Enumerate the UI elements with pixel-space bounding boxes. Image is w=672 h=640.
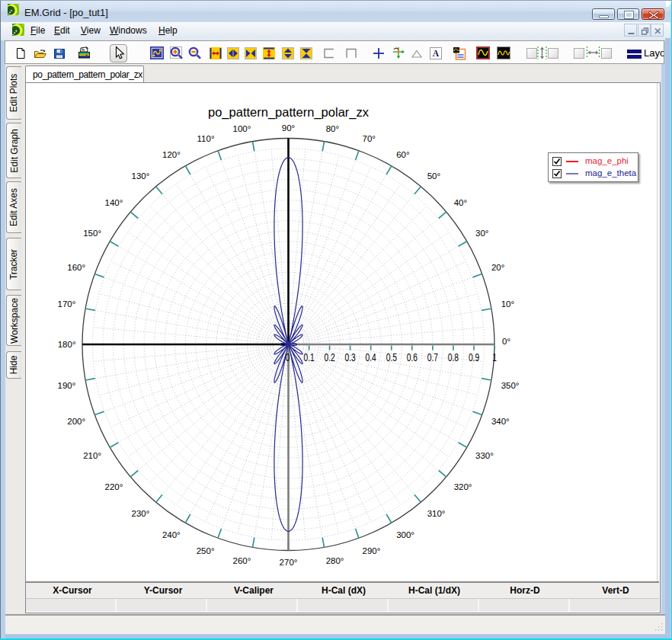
svg-text:170°: 170° xyxy=(58,299,76,309)
svg-text:0.6: 0.6 xyxy=(407,351,418,363)
svg-text:50°: 50° xyxy=(427,171,440,181)
svg-text:300°: 300° xyxy=(396,530,414,539)
svg-text:230°: 230° xyxy=(132,509,150,518)
svg-text:220°: 220° xyxy=(105,482,123,491)
svg-text:350°: 350° xyxy=(501,381,520,390)
svg-text:40°: 40° xyxy=(454,198,467,207)
svg-text:340°: 340° xyxy=(491,417,510,426)
svg-text:0: 0 xyxy=(286,351,290,363)
svg-text:200°: 200° xyxy=(67,417,85,426)
svg-text:100°: 100° xyxy=(233,124,251,133)
svg-text:270°: 270° xyxy=(280,558,298,567)
svg-text:0.4: 0.4 xyxy=(366,351,376,363)
svg-text:80°: 80° xyxy=(326,124,339,133)
svg-text:290°: 290° xyxy=(363,546,381,555)
svg-text:310°: 310° xyxy=(427,509,446,518)
svg-text:90°: 90° xyxy=(282,123,295,133)
svg-text:320°: 320° xyxy=(454,482,472,491)
svg-text:240°: 240° xyxy=(162,530,181,539)
svg-text:70°: 70° xyxy=(363,134,376,143)
svg-text:110°: 110° xyxy=(197,134,215,143)
svg-text:150°: 150° xyxy=(83,229,101,238)
svg-text:0.8: 0.8 xyxy=(448,351,459,363)
svg-text:0.7: 0.7 xyxy=(427,351,438,363)
svg-text:0.9: 0.9 xyxy=(469,351,479,363)
svg-text:260°: 260° xyxy=(233,556,251,565)
svg-text:20°: 20° xyxy=(491,263,504,272)
svg-text:250°: 250° xyxy=(197,546,215,555)
svg-text:120°: 120° xyxy=(162,150,181,159)
svg-text:0.2: 0.2 xyxy=(324,351,334,363)
svg-text:190°: 190° xyxy=(58,381,76,390)
svg-text:0.3: 0.3 xyxy=(344,351,355,363)
svg-text:180°: 180° xyxy=(58,340,76,349)
svg-text:140°: 140° xyxy=(105,198,123,207)
svg-text:280°: 280° xyxy=(326,556,344,565)
svg-text:A: A xyxy=(433,49,440,58)
svg-text:0.1: 0.1 xyxy=(303,351,314,363)
svg-text:130°: 130° xyxy=(132,171,150,181)
svg-text:210°: 210° xyxy=(83,451,101,460)
svg-text:60°: 60° xyxy=(396,150,409,159)
svg-text:330°: 330° xyxy=(475,451,494,460)
svg-text:10°: 10° xyxy=(501,299,514,309)
svg-text:160°: 160° xyxy=(67,263,85,272)
svg-text:0°: 0° xyxy=(502,337,510,346)
svg-text:0.5: 0.5 xyxy=(386,351,397,363)
svg-text:po_pattern_pattern_polar_zx: po_pattern_pattern_polar_zx xyxy=(208,105,370,120)
svg-text:1: 1 xyxy=(492,351,497,363)
svg-text:30°: 30° xyxy=(475,229,488,238)
